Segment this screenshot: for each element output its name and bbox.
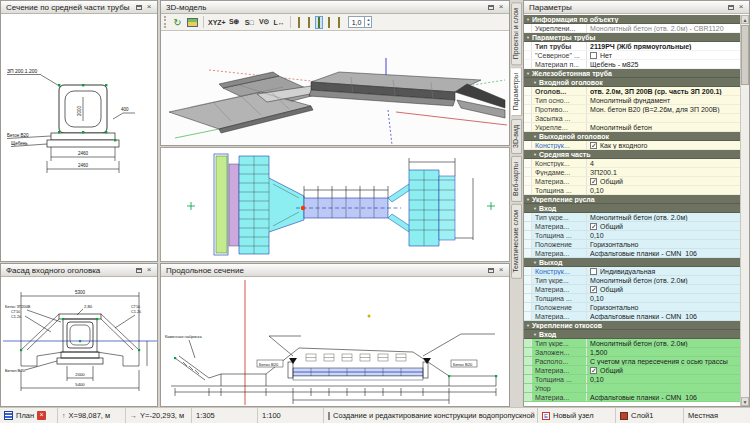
view-icon[interactable]: V⊙ — [258, 16, 271, 29]
toolbar-drag-handle[interactable] — [164, 16, 167, 28]
parameters-scrollbar[interactable]: ▲ ▼ — [740, 15, 749, 406]
param-section-header[interactable]: Укрепление откосов — [524, 321, 740, 330]
close-plan-icon[interactable]: × — [37, 411, 46, 420]
param-section-header[interactable]: Информация по объекту — [524, 15, 740, 24]
facade-viewport[interactable]: 5300 2,80 Бетон ЗП200В СТ1б С1.2б СТ1б С… — [1, 278, 157, 406]
render-mode-icon-4[interactable] — [325, 16, 333, 29]
param-row[interactable]: Толщина ...0,10 — [524, 294, 740, 303]
grid-view-icon[interactable] — [186, 16, 199, 29]
vertical-scale-field[interactable]: 1:100 — [258, 408, 324, 423]
param-row[interactable]: Материа...Общий — [524, 177, 740, 186]
checkbox[interactable] — [590, 268, 597, 275]
param-row[interactable]: Фундаме...ЗП200.1 — [524, 168, 740, 177]
param-row[interactable]: Тип укре...Монолитный бетон (отв. 2.0м) — [524, 213, 740, 222]
scrollbar-thumb[interactable] — [741, 25, 749, 85]
param-row[interactable]: Тип трубы2119РЧ (Ж/б прямоугольные) — [524, 42, 740, 51]
side-tab-4[interactable]: Тематические слои — [511, 204, 522, 279]
param-row[interactable]: Материа...Общий — [524, 222, 740, 231]
param-row[interactable]: Толщина ...0,10 — [524, 186, 740, 195]
param-row[interactable]: ПоложениеГоризонтально — [524, 240, 740, 249]
longitudinal-viewport[interactable]: Каменная наброска Бетон В20 Бетон В20 — [161, 278, 509, 406]
param-row[interactable]: Материал п...Щебень - м825 — [524, 60, 740, 69]
scroll-down-icon[interactable]: ▼ — [741, 397, 749, 406]
param-row[interactable]: ПоложениеГоризонтально — [524, 303, 740, 312]
float-icon[interactable] — [486, 2, 496, 12]
checkbox[interactable] — [590, 223, 597, 230]
section-mid-viewport[interactable]: ЗП 200.1.200 2000 400 Бетон В20 Щебень 2… — [1, 15, 157, 261]
coordinate-system[interactable]: Местная — [684, 408, 750, 423]
float-icon[interactable] — [134, 2, 144, 12]
close-icon[interactable]: × — [736, 2, 746, 12]
param-section-header[interactable]: Железобетонная труба — [524, 69, 740, 78]
checkbox[interactable] — [590, 52, 597, 59]
render-mode-icon-5[interactable] — [335, 16, 343, 29]
render-mode-icon-1[interactable] — [295, 16, 303, 29]
param-row[interactable]: Тип укре...Монолитный бетон (отв. 2.0м) — [524, 276, 740, 285]
param-section-header[interactable]: Выход — [524, 258, 740, 267]
param-row[interactable]: Оголов...отв. 2.0м, ЗП 200В (ср. часть З… — [524, 87, 740, 96]
param-section-header[interactable]: Параметры трубы — [524, 33, 740, 42]
param-row[interactable]: Материа...Асфальтовые планки - CMN_106 — [524, 312, 740, 321]
scroll-up-icon[interactable]: ▲ — [741, 15, 749, 24]
y-coordinate-field[interactable]: → Y=-20,293, м — [126, 408, 192, 423]
checkbox[interactable] — [590, 142, 597, 149]
param-row[interactable]: Тип укре...Монолитный бетон (отв. 2.0м) — [524, 339, 740, 348]
svg-text:5400: 5400 — [75, 382, 85, 387]
current-node[interactable]: E Новый узел — [538, 408, 616, 423]
side-tab-1[interactable]: Параметры — [511, 67, 522, 116]
param-row[interactable]: Материа...Асфальтовые планки - CMN_106 — [524, 393, 740, 402]
param-row[interactable]: Располо...С учетом угла пересечения с ос… — [524, 357, 740, 366]
plan-tab[interactable]: План × — [0, 408, 58, 423]
param-row[interactable]: Тип осно...Монолитный фундамент — [524, 96, 740, 105]
param-row[interactable]: Засыпка ... — [524, 114, 740, 123]
param-row[interactable]: Толщина ...0,10 — [524, 375, 740, 384]
param-section-header[interactable]: Выходной оголовок — [524, 132, 740, 141]
checkbox[interactable] — [590, 367, 597, 374]
horizontal-scale-field[interactable]: 1:305 — [192, 408, 258, 423]
param-row[interactable]: Материа...Общий — [524, 285, 740, 294]
float-icon[interactable] — [134, 265, 144, 275]
render-mode-icon-2[interactable] — [305, 16, 313, 29]
render-mode-icon-3[interactable] — [315, 16, 323, 29]
snap-point-icon[interactable]: S⊕ — [228, 16, 241, 29]
x-coordinate-field[interactable]: ↑ X=98,087, м — [58, 408, 126, 423]
snap-box-icon[interactable]: S□ — [243, 16, 256, 29]
model3d-viewport[interactable] — [161, 32, 509, 145]
close-icon[interactable]: × — [496, 2, 506, 12]
param-section-header[interactable]: Вход — [524, 330, 740, 339]
float-icon[interactable] — [486, 265, 496, 275]
param-row[interactable]: Упор — [524, 384, 740, 393]
close-icon[interactable]: × — [144, 2, 154, 12]
param-section-header[interactable]: Средняя часть — [524, 150, 740, 159]
param-row[interactable]: Материа...Общий — [524, 366, 740, 375]
close-icon[interactable]: × — [496, 265, 506, 275]
refresh-icon[interactable]: ↻ — [171, 16, 184, 29]
checkbox[interactable] — [590, 178, 597, 185]
current-layer[interactable]: Слой1 — [616, 408, 684, 423]
close-icon[interactable]: × — [144, 265, 154, 275]
plan-viewport[interactable] — [160, 147, 510, 262]
scale-spinner[interactable]: 1,0 ▲▼ — [348, 16, 373, 28]
param-row[interactable]: Заложен...1,500 — [524, 348, 740, 357]
param-row[interactable]: Конструк...Индивидуальная — [524, 267, 740, 276]
side-tab-2[interactable]: 3D-вид — [511, 119, 522, 154]
length-icon[interactable]: L↔ — [273, 16, 286, 29]
side-tab-0[interactable]: Проекты и слои — [511, 2, 522, 65]
param-row[interactable]: Противо...Мон. бетон В20 (В=2.26м, для З… — [524, 105, 740, 114]
param-row[interactable]: Укреплени...Монолитный бетон (отв. 2.0м)… — [524, 24, 740, 33]
param-section-header[interactable]: Вход — [524, 204, 740, 213]
xyz-axes-icon[interactable]: XYZ+ — [208, 16, 226, 29]
float-icon[interactable] — [726, 2, 736, 12]
side-tab-3[interactable]: Веб-карты — [511, 156, 522, 202]
param-row[interactable]: Толщина ...0,10 — [524, 231, 740, 240]
svg-text:5300: 5300 — [75, 290, 86, 295]
param-section-header[interactable]: Входной оголовок — [524, 78, 740, 87]
param-row[interactable]: Укрепле...Монолитный бетон — [524, 123, 740, 132]
param-row[interactable]: Конструк...Как у входного — [524, 141, 740, 150]
param-row[interactable]: "Северное" ...Нет — [524, 51, 740, 60]
spinner-arrows[interactable]: ▲▼ — [364, 17, 371, 27]
param-section-header[interactable]: Укрепление русла — [524, 195, 740, 204]
param-row[interactable]: Материа...Асфальтовые планки - CMN_106 — [524, 249, 740, 258]
checkbox[interactable] — [590, 286, 597, 293]
param-row[interactable]: Конструк...4 — [524, 159, 740, 168]
